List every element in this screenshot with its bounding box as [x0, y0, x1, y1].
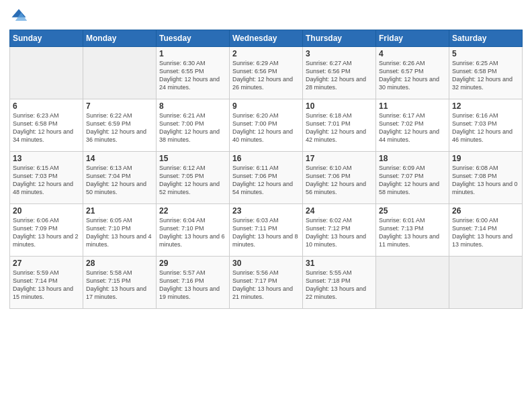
day-number: 31 [306, 259, 373, 268]
day-info: Sunrise: 6:21 AM Sunset: 7:00 PM Dayligh… [159, 111, 226, 144]
day-cell: 13Sunrise: 6:15 AM Sunset: 7:03 PM Dayli… [10, 152, 83, 204]
day-cell: 29Sunrise: 5:57 AM Sunset: 7:16 PM Dayli… [157, 257, 230, 309]
day-number: 12 [452, 101, 519, 111]
day-info: Sunrise: 5:55 AM Sunset: 7:18 PM Dayligh… [306, 269, 373, 302]
day-number: 22 [159, 206, 226, 216]
day-cell: 1Sunrise: 6:30 AM Sunset: 6:55 PM Daylig… [157, 47, 230, 99]
week-row-5: 27Sunrise: 5:59 AM Sunset: 7:14 PM Dayli… [10, 257, 523, 309]
day-cell: 8Sunrise: 6:21 AM Sunset: 7:00 PM Daylig… [157, 99, 230, 152]
day-info: Sunrise: 6:30 AM Sunset: 6:55 PM Dayligh… [159, 59, 226, 92]
day-cell: 3Sunrise: 6:27 AM Sunset: 6:56 PM Daylig… [303, 47, 376, 99]
day-info: Sunrise: 6:01 AM Sunset: 7:13 PM Dayligh… [379, 216, 446, 249]
day-number: 6 [13, 101, 80, 111]
day-cell: 14Sunrise: 6:13 AM Sunset: 7:04 PM Dayli… [83, 152, 157, 204]
day-cell: 10Sunrise: 6:18 AM Sunset: 7:01 PM Dayli… [303, 99, 376, 152]
day-info: Sunrise: 6:20 AM Sunset: 7:00 PM Dayligh… [232, 111, 300, 144]
day-number: 14 [86, 154, 153, 163]
day-number: 9 [232, 101, 300, 111]
day-cell: 20Sunrise: 6:06 AM Sunset: 7:09 PM Dayli… [10, 204, 83, 257]
day-cell: 22Sunrise: 6:04 AM Sunset: 7:10 PM Dayli… [157, 204, 230, 257]
calendar-header: SundayMondayTuesdayWednesdayThursdayFrid… [10, 30, 523, 47]
day-info: Sunrise: 5:58 AM Sunset: 7:15 PM Dayligh… [86, 269, 153, 302]
day-cell [376, 257, 449, 309]
week-row-4: 20Sunrise: 6:06 AM Sunset: 7:09 PM Dayli… [10, 204, 523, 257]
day-info: Sunrise: 6:00 AM Sunset: 7:14 PM Dayligh… [452, 216, 519, 249]
day-number: 15 [159, 154, 226, 163]
day-info: Sunrise: 6:12 AM Sunset: 7:05 PM Dayligh… [159, 164, 226, 197]
day-number: 28 [86, 259, 153, 268]
day-info: Sunrise: 6:18 AM Sunset: 7:01 PM Dayligh… [306, 111, 373, 144]
day-info: Sunrise: 6:05 AM Sunset: 7:10 PM Dayligh… [86, 216, 153, 249]
day-number: 10 [306, 101, 373, 111]
day-number: 13 [13, 154, 80, 163]
day-number: 29 [159, 259, 226, 268]
day-cell: 15Sunrise: 6:12 AM Sunset: 7:05 PM Dayli… [157, 152, 230, 204]
day-number: 20 [13, 206, 80, 216]
day-cell [449, 257, 523, 309]
header-cell-sunday: Sunday [10, 30, 83, 47]
day-cell: 12Sunrise: 6:16 AM Sunset: 7:03 PM Dayli… [449, 99, 523, 152]
day-info: Sunrise: 5:57 AM Sunset: 7:16 PM Dayligh… [159, 269, 226, 302]
day-number: 26 [452, 206, 519, 216]
day-cell: 31Sunrise: 5:55 AM Sunset: 7:18 PM Dayli… [303, 257, 376, 309]
day-cell: 5Sunrise: 6:25 AM Sunset: 6:58 PM Daylig… [449, 47, 523, 99]
day-cell: 19Sunrise: 6:08 AM Sunset: 7:08 PM Dayli… [449, 152, 523, 204]
day-info: Sunrise: 6:13 AM Sunset: 7:04 PM Dayligh… [86, 164, 153, 197]
day-info: Sunrise: 6:15 AM Sunset: 7:03 PM Dayligh… [13, 164, 80, 197]
day-info: Sunrise: 6:16 AM Sunset: 7:03 PM Dayligh… [452, 111, 519, 144]
day-cell: 23Sunrise: 6:03 AM Sunset: 7:11 PM Dayli… [230, 204, 303, 257]
logo-icon [9, 7, 28, 26]
day-info: Sunrise: 6:29 AM Sunset: 6:56 PM Dayligh… [232, 59, 300, 92]
week-row-1: 1Sunrise: 6:30 AM Sunset: 6:55 PM Daylig… [10, 47, 523, 99]
day-cell: 18Sunrise: 6:09 AM Sunset: 7:07 PM Dayli… [376, 152, 449, 204]
day-cell: 7Sunrise: 6:22 AM Sunset: 6:59 PM Daylig… [83, 99, 157, 152]
day-number: 23 [232, 206, 300, 216]
header-cell-thursday: Thursday [303, 30, 376, 47]
calendar-page: SundayMondayTuesdayWednesdayThursdayFrid… [0, 0, 532, 411]
day-number: 25 [379, 206, 446, 216]
day-cell: 24Sunrise: 6:02 AM Sunset: 7:12 PM Dayli… [303, 204, 376, 257]
header-cell-wednesday: Wednesday [230, 30, 303, 47]
week-row-2: 6Sunrise: 6:23 AM Sunset: 6:58 PM Daylig… [10, 99, 523, 152]
day-info: Sunrise: 6:26 AM Sunset: 6:57 PM Dayligh… [379, 59, 446, 92]
day-cell: 21Sunrise: 6:05 AM Sunset: 7:10 PM Dayli… [83, 204, 157, 257]
day-number: 17 [306, 154, 373, 163]
day-cell [83, 47, 157, 99]
day-number: 2 [232, 49, 300, 58]
day-number: 11 [379, 101, 446, 111]
day-number: 27 [13, 259, 80, 268]
day-info: Sunrise: 6:10 AM Sunset: 7:06 PM Dayligh… [306, 164, 373, 197]
header-cell-saturday: Saturday [449, 30, 523, 47]
day-number: 18 [379, 154, 446, 163]
header [9, 7, 523, 26]
day-number: 5 [452, 49, 519, 58]
logo [9, 7, 31, 26]
day-number: 19 [452, 154, 519, 163]
day-number: 3 [306, 49, 373, 58]
day-info: Sunrise: 6:09 AM Sunset: 7:07 PM Dayligh… [379, 164, 446, 197]
day-info: Sunrise: 6:04 AM Sunset: 7:10 PM Dayligh… [159, 216, 226, 249]
day-info: Sunrise: 6:02 AM Sunset: 7:12 PM Dayligh… [306, 216, 373, 249]
day-number: 7 [86, 101, 153, 111]
day-cell: 30Sunrise: 5:56 AM Sunset: 7:17 PM Dayli… [230, 257, 303, 309]
week-row-3: 13Sunrise: 6:15 AM Sunset: 7:03 PM Dayli… [10, 152, 523, 204]
day-info: Sunrise: 6:03 AM Sunset: 7:11 PM Dayligh… [232, 216, 300, 249]
day-number: 4 [379, 49, 446, 58]
day-number: 1 [159, 49, 226, 58]
calendar-table: SundayMondayTuesdayWednesdayThursdayFrid… [9, 30, 523, 309]
day-cell: 4Sunrise: 6:26 AM Sunset: 6:57 PM Daylig… [376, 47, 449, 99]
day-info: Sunrise: 6:17 AM Sunset: 7:02 PM Dayligh… [379, 111, 446, 144]
day-cell: 9Sunrise: 6:20 AM Sunset: 7:00 PM Daylig… [230, 99, 303, 152]
day-info: Sunrise: 5:59 AM Sunset: 7:14 PM Dayligh… [13, 269, 80, 302]
header-cell-tuesday: Tuesday [157, 30, 230, 47]
header-row: SundayMondayTuesdayWednesdayThursdayFrid… [10, 30, 523, 47]
day-cell: 2Sunrise: 6:29 AM Sunset: 6:56 PM Daylig… [230, 47, 303, 99]
day-cell: 28Sunrise: 5:58 AM Sunset: 7:15 PM Dayli… [83, 257, 157, 309]
day-info: Sunrise: 6:08 AM Sunset: 7:08 PM Dayligh… [452, 164, 519, 197]
day-info: Sunrise: 5:56 AM Sunset: 7:17 PM Dayligh… [232, 269, 300, 302]
day-number: 24 [306, 206, 373, 216]
day-info: Sunrise: 6:27 AM Sunset: 6:56 PM Dayligh… [306, 59, 373, 92]
day-cell: 27Sunrise: 5:59 AM Sunset: 7:14 PM Dayli… [10, 257, 83, 309]
calendar-body: 1Sunrise: 6:30 AM Sunset: 6:55 PM Daylig… [10, 47, 523, 309]
day-cell: 25Sunrise: 6:01 AM Sunset: 7:13 PM Dayli… [376, 204, 449, 257]
